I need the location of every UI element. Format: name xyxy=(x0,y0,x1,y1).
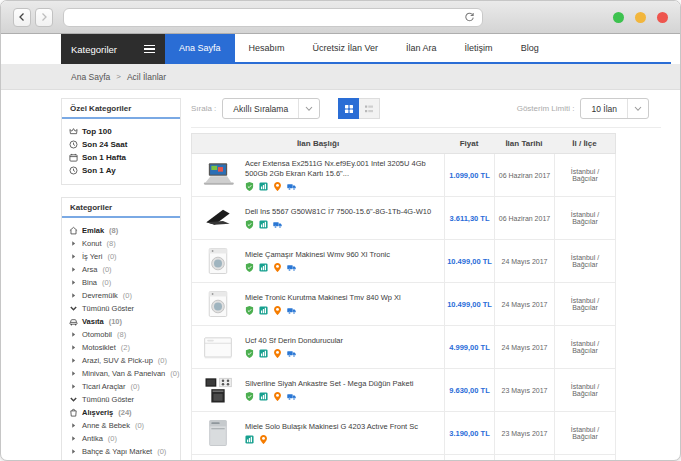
sidebar-item[interactable]: Vasıta (10) xyxy=(68,315,174,328)
badge-icons xyxy=(245,435,418,444)
nav-tab[interactable]: İletişim xyxy=(451,34,507,62)
limit-value: 10 İlan xyxy=(581,99,627,118)
traffic-light-red[interactable] xyxy=(657,12,668,23)
clock-icon xyxy=(68,140,78,150)
listing-title[interactable]: Dell Ins 5567 G50W81C İ7 7500-15.6"-8G-1… xyxy=(245,207,431,217)
sidebar-item-count: (0) xyxy=(108,434,117,443)
product-thumbnail[interactable] xyxy=(198,331,238,363)
listing-row[interactable]: Miele Solo Bulaşık Makinesi G 4203 Actıv… xyxy=(191,412,616,455)
sidebar-item[interactable]: Emlak (8) xyxy=(68,224,174,237)
breadcrumb-item[interactable]: Ana Sayfa xyxy=(71,72,110,82)
categories-menu-button[interactable]: Kategoriler xyxy=(61,34,165,64)
list-view-button[interactable] xyxy=(359,98,380,119)
chart-badge-icon xyxy=(259,349,268,358)
categories-menu-label: Kategoriler xyxy=(71,44,117,55)
sidebar-item-count: (0) xyxy=(107,252,116,261)
sidebar-item[interactable]: Alışveriş (24) xyxy=(68,406,174,419)
sidebar-item[interactable]: Minivan, Van & Panelvan (0) xyxy=(68,367,174,380)
sidebar-item-count: (0) xyxy=(102,265,111,274)
crown-icon xyxy=(68,127,78,137)
listing-row[interactable]: Miele Tronic Kurutma Makinesi Tmv 840 Wp… xyxy=(191,283,616,326)
sidebar-item[interactable]: Arazi, SUV & Pick-up (0) xyxy=(68,354,174,367)
limit-dropdown[interactable]: 10 İlan xyxy=(580,98,649,119)
product-thumbnail[interactable] xyxy=(198,245,238,277)
traffic-light-yellow[interactable] xyxy=(635,12,646,23)
listing-row[interactable]: Kaan N1 32Gb 4.5G ( Başarı Garantili ) xyxy=(191,455,616,461)
listing-date: 23 Mayıs 2017 xyxy=(502,387,548,394)
listing-title[interactable]: Miele Solo Bulaşık Makinesi G 4203 Actıv… xyxy=(245,422,418,432)
chart-badge-icon xyxy=(259,220,268,229)
listing-title[interactable]: Miele Çamaşır Makinesi Wmv 960 Xl Tronic xyxy=(245,250,390,260)
nav-tab-label: Blog xyxy=(521,43,539,53)
product-thumbnail[interactable] xyxy=(198,374,238,406)
product-thumbnail[interactable] xyxy=(198,288,238,320)
chevron-down-icon xyxy=(68,304,78,314)
sidebar-item-label: Son 1 Hafta xyxy=(82,153,126,162)
sidebar-item-count: (0) xyxy=(123,291,132,300)
sidebar-item[interactable]: Bahçe & Yapı Market (0) xyxy=(68,445,174,458)
listing-title[interactable]: Ucf 40 Sf Derin Dondurucular xyxy=(245,336,343,346)
url-input[interactable] xyxy=(71,12,464,22)
sidebar-item[interactable]: Devremülk (0) xyxy=(68,289,174,302)
sidebar-item[interactable]: Antika (0) xyxy=(68,432,174,445)
listing-location: İstanbul / Bağcılar xyxy=(557,383,613,397)
sidebar-item-count: (0) xyxy=(130,382,139,391)
forward-button[interactable] xyxy=(35,8,53,27)
nav-tab-label: Ana Sayfa xyxy=(179,43,221,53)
back-button[interactable] xyxy=(13,8,31,27)
listing-row[interactable]: Ucf 40 Sf Derin Dondurucular 4.999,00 TL… xyxy=(191,326,616,369)
sidebar-item[interactable]: Top 100 xyxy=(68,125,174,138)
listing-price: 10.499,00 TL xyxy=(447,300,492,309)
sidebar-item[interactable]: Son 24 Saat xyxy=(68,138,174,151)
sidebar-item[interactable]: Motosiklet (2) xyxy=(68,341,174,354)
grid-view-button[interactable] xyxy=(338,98,359,119)
sidebar-item[interactable]: İş Yeri (0) xyxy=(68,250,174,263)
refresh-icon[interactable] xyxy=(464,12,475,23)
breadcrumb-item: Acil İlanlar xyxy=(127,72,166,82)
site-nav: Kategoriler Ana SayfaHesabımÜcretsiz İla… xyxy=(1,34,680,64)
nav-tab[interactable]: Ana Sayfa xyxy=(165,34,235,62)
clock-icon xyxy=(68,166,78,176)
sort-dropdown[interactable]: Akıllı Sıralama xyxy=(222,98,320,119)
arrow-icon xyxy=(68,343,78,353)
listing-title[interactable]: Acer Extensa Ex2511G Nx.ef9Ey.001 Intel … xyxy=(245,159,438,179)
listing-location: İstanbul / Bağcılar xyxy=(557,426,613,440)
listing-title[interactable]: Silverline Siyah Ankastre Set - Mega Düğ… xyxy=(245,379,413,389)
sidebar-item[interactable]: Son 1 Ay xyxy=(68,164,174,177)
listing-row[interactable]: Miele Çamaşır Makinesi Wmv 960 Xl Tronic… xyxy=(191,240,616,283)
nav-tab[interactable]: Ücretsiz İlan Ver xyxy=(299,34,393,62)
sidebar-item[interactable]: Konut (8) xyxy=(68,237,174,250)
sidebar-item[interactable]: Anne & Bebek (0) xyxy=(68,419,174,432)
badge-icons xyxy=(245,306,401,315)
sidebar-item[interactable]: Bina (0) xyxy=(68,276,174,289)
sidebar-item-count: (0) xyxy=(135,421,144,430)
sidebar-item-label: Motosiklet xyxy=(82,343,116,352)
sidebar-item[interactable]: Son 1 Hafta xyxy=(68,151,174,164)
listing-toolbar: Sırala : Akıllı Sıralama Gösterim Limiti… xyxy=(191,98,671,119)
listing-row[interactable]: Acer Extensa Ex2511G Nx.ef9Ey.001 Intel … xyxy=(191,154,616,197)
nav-tab[interactable]: Blog xyxy=(507,34,553,62)
browser-toolbar xyxy=(1,1,680,34)
sidebar-item-count: (0) xyxy=(170,369,179,378)
listing-row[interactable]: Silverline Siyah Ankastre Set - Mega Düğ… xyxy=(191,369,616,412)
sidebar-item-label: İş Yeri xyxy=(82,252,102,261)
listing-title[interactable]: Miele Tronic Kurutma Makinesi Tmv 840 Wp… xyxy=(245,293,401,303)
sidebar-item[interactable]: Tümünü Göster xyxy=(68,393,174,406)
product-thumbnail[interactable] xyxy=(198,417,238,449)
product-thumbnail[interactable] xyxy=(198,159,238,191)
sidebar-item[interactable]: Ticari Araçlar (0) xyxy=(68,380,174,393)
listing-row[interactable]: Dell Ins 5567 G50W81C İ7 7500-15.6"-8G-1… xyxy=(191,197,616,240)
sidebar-item[interactable]: Otomobil (8) xyxy=(68,328,174,341)
sidebar-item[interactable]: Tümünü Göster xyxy=(68,302,174,315)
traffic-light-green[interactable] xyxy=(613,12,624,23)
nav-tab-label: İletişim xyxy=(465,43,493,53)
product-thumbnail[interactable] xyxy=(198,202,238,234)
arrow-icon xyxy=(68,447,78,457)
sidebar: Özel Kategoriler Top 100 Son 24 Saat Son… xyxy=(61,98,181,461)
address-bar[interactable] xyxy=(63,8,483,27)
nav-tab[interactable]: İlan Ara xyxy=(392,34,451,62)
chart-badge-icon xyxy=(259,263,268,272)
nav-tab[interactable]: Hesabım xyxy=(235,34,299,62)
sidebar-item[interactable]: Arsa (0) xyxy=(68,263,174,276)
column-header: Fiyat xyxy=(444,134,494,153)
